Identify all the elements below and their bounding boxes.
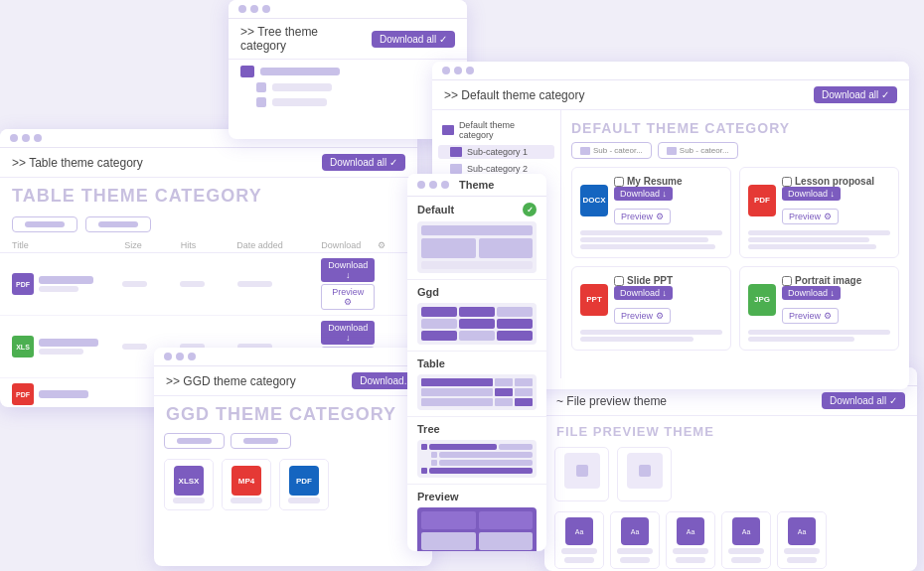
file-ppt-preview[interactable]: Preview ⚙: [614, 308, 671, 324]
file-portrait-preview[interactable]: Preview ⚙: [782, 308, 839, 324]
win-table-download-btn[interactable]: Download all ✓: [322, 154, 405, 171]
sidebar-item-default[interactable]: Default theme category: [438, 118, 554, 142]
folder-icon-default: [442, 125, 454, 135]
theme-default-preview: [417, 221, 537, 273]
row2-download-btn[interactable]: Download ↓: [321, 321, 375, 345]
win-ggd-header: >> GGD theme category Download...: [154, 366, 432, 396]
dot-t1: [10, 134, 18, 142]
ggd-file-cards: XLSX MP4 PDF: [154, 453, 432, 516]
dot-g3: [188, 353, 196, 360]
file-portrait-download[interactable]: Download ↓: [782, 286, 841, 300]
row1-download-btn[interactable]: Download ↓: [321, 258, 375, 282]
theme-option-ggd[interactable]: Ggd: [407, 280, 546, 352]
file-card-portrait: JPG Portrait image Download ↓ Preview ⚙: [739, 266, 899, 351]
win-tree-download-btn[interactable]: Download all ✓: [372, 31, 455, 48]
file-lesson-title: Lesson proposal: [795, 176, 874, 187]
theme-table-preview: [417, 374, 537, 410]
file-lesson-checkbox[interactable]: [782, 177, 792, 187]
file-icon-ppt: PPT: [580, 284, 608, 316]
tree-file-icon-2: [256, 97, 266, 107]
file-resume-preview-lines: [580, 230, 722, 249]
ggd-card-3: PDF: [279, 459, 329, 510]
win-fp-download-btn[interactable]: Download all ✓: [822, 392, 905, 409]
theme-option-preview[interactable]: Preview: [407, 485, 546, 551]
theme-option-table[interactable]: Table: [407, 352, 546, 417]
tree-bar-3: [272, 98, 327, 106]
win-default-header: >> Default theme category Download all ✓: [432, 80, 909, 110]
win-ggd-heading: GGD THEME CATEGORY: [154, 396, 432, 429]
file-lesson-preview[interactable]: Preview ⚙: [782, 209, 839, 224]
col-size: Size: [124, 240, 181, 250]
win-default-download-btn[interactable]: Download all ✓: [814, 86, 897, 103]
col-title: Title: [12, 240, 124, 250]
file-icon-pdf: PDF: [12, 273, 34, 295]
win-table-title: >> Table theme category: [12, 156, 314, 170]
dot-d3: [466, 67, 474, 74]
dot-d1: [442, 67, 450, 74]
row1-preview-btn[interactable]: Preview ⚙: [321, 284, 375, 310]
tree-file-icon-1: [256, 82, 266, 92]
col-hits: Hits: [181, 240, 237, 250]
tree-bar-1: [260, 68, 340, 75]
table-row-1: PDF Download ↓ Preview ⚙: [0, 253, 417, 316]
win-default-file-grid: DOCX My Resume Download ↓ Preview ⚙: [571, 167, 899, 351]
file-icon-jpg: JPG: [748, 284, 776, 316]
ggd-icon-mp4: MP4: [231, 466, 261, 496]
dot-t3: [34, 134, 42, 142]
dot2: [250, 5, 258, 13]
win-tree-header: >> Tree theme category Download all ✓: [229, 19, 467, 60]
file-card-resume: DOCX My Resume Download ↓ Preview ⚙: [571, 167, 731, 258]
win-default-titlebar: [432, 62, 909, 80]
file-resume-preview[interactable]: Preview ⚙: [614, 209, 671, 224]
sub-cat-chip-1[interactable]: Sub - cateor...: [571, 142, 652, 159]
file-resume-checkbox[interactable]: [614, 177, 624, 187]
dot-t2: [22, 134, 30, 142]
fp-icon-3: Aa: [677, 517, 704, 545]
sub-cat-chip-2[interactable]: Sub - cateor...: [658, 142, 738, 159]
theme-option-tree[interactable]: Tree: [407, 417, 546, 485]
file-ppt-actions: Download ↓: [614, 286, 673, 300]
fp-item-top-2: [617, 447, 672, 501]
theme-tree-preview: [417, 440, 537, 478]
filter-chip-1[interactable]: [12, 216, 77, 232]
ggd-filter-2[interactable]: [231, 433, 291, 449]
sidebar-item-sub1[interactable]: Sub-category 1: [438, 145, 554, 159]
sidebar-sub1-label: Sub-category 1: [467, 147, 528, 157]
dot-d2: [454, 67, 462, 74]
dot3: [262, 5, 270, 13]
ggd-icon-xlsx: XLSX: [174, 466, 204, 496]
win-theme-window: Theme Default ✓ Ggd: [407, 174, 546, 551]
fp-icon-1: Aa: [565, 517, 593, 545]
file-ppt-download[interactable]: Download ↓: [614, 286, 673, 300]
file-icon-xlsx: XLS: [12, 336, 34, 357]
theme-tree-label: Tree: [417, 423, 440, 435]
svg-rect-1: [639, 465, 651, 477]
ggd-filter-1[interactable]: [164, 433, 225, 449]
svg-rect-0: [576, 465, 588, 477]
file-ppt-title: Slide PPT: [627, 275, 673, 286]
win-table-col-headers: Title Size Hits Date added Download ⚙: [0, 238, 417, 253]
col-settings: ⚙: [378, 240, 405, 250]
file-resume-download[interactable]: Download ↓: [614, 187, 673, 201]
win-tree-rows: [229, 60, 467, 118]
theme-option-default[interactable]: Default ✓: [407, 197, 546, 280]
ggd-card-2: MP4: [222, 459, 271, 510]
tree-folder-icon: [240, 66, 254, 77]
win-fp-heading: FILE PREVIEW THEME: [544, 416, 917, 443]
file-lesson-download[interactable]: Download ↓: [782, 187, 841, 201]
theme-preview-label: Preview: [417, 491, 459, 502]
dot-g2: [176, 353, 184, 360]
file-portrait-actions: Download ↓: [782, 286, 861, 300]
tree-bar-2: [272, 83, 332, 91]
theme-ggd-preview: [417, 303, 537, 345]
file-icon-lesson-pdf: PDF: [748, 185, 776, 216]
dot-g1: [164, 353, 172, 360]
fp-bottom-row: Aa Aa Aa Aa Aa: [544, 505, 917, 571]
file-ppt-checkbox[interactable]: [614, 276, 624, 286]
dot-th2: [429, 181, 437, 189]
col-download: Download: [321, 240, 378, 250]
ggd-card-1: XLSX: [164, 459, 214, 510]
file-portrait-checkbox[interactable]: [782, 276, 792, 286]
fp-icon-5: Aa: [788, 517, 816, 545]
filter-chip-2[interactable]: [85, 216, 151, 232]
